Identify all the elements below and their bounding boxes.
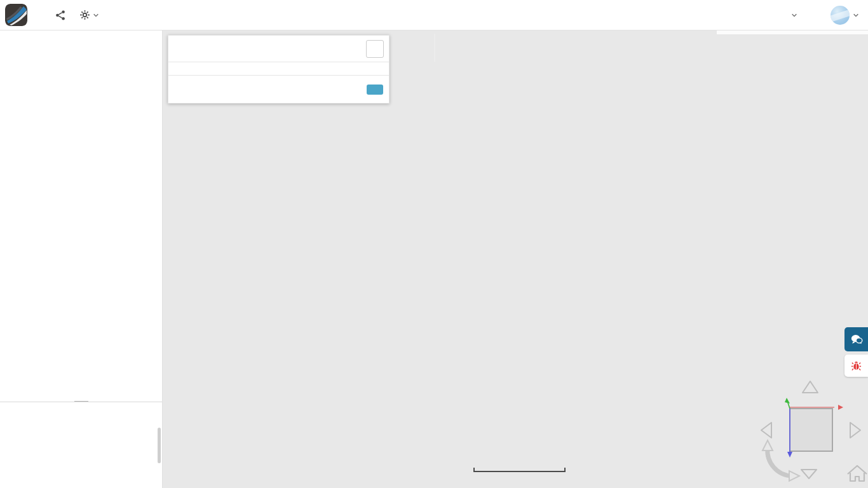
job-status-scrollbar[interactable] xyxy=(158,428,161,463)
home-button[interactable] xyxy=(848,466,867,481)
chevron-down-icon xyxy=(791,12,797,18)
share-icon[interactable] xyxy=(55,10,65,20)
nav-right-arrow[interactable] xyxy=(850,423,860,438)
nav-down-arrow[interactable] xyxy=(801,470,817,478)
nav-up-arrow[interactable] xyxy=(803,381,818,393)
app-logo[interactable] xyxy=(5,4,27,26)
chevron-down-icon xyxy=(853,12,859,18)
dialog-header[interactable] xyxy=(168,36,389,62)
bug-icon xyxy=(851,360,862,371)
orientation-cube[interactable] xyxy=(790,409,832,451)
generate-mesh-clip-button[interactable] xyxy=(367,85,383,95)
top-nav xyxy=(738,6,859,25)
chevron-down-icon xyxy=(93,12,99,18)
viewport-toolbar xyxy=(434,34,435,62)
cutting-plane-dialog xyxy=(168,35,390,104)
navigation-gizmo xyxy=(754,377,868,488)
simulation-sidebar xyxy=(0,30,163,488)
simulation-tree xyxy=(0,30,162,398)
nav-left-arrow[interactable] xyxy=(761,423,771,438)
scale-bar xyxy=(473,468,566,472)
user-menu[interactable] xyxy=(831,6,859,25)
close-icon[interactable] xyxy=(366,40,384,58)
job-status-panel xyxy=(0,402,162,488)
job-status-title xyxy=(0,402,162,412)
chat-bubble-icon xyxy=(850,334,863,345)
top-bar xyxy=(0,0,868,30)
chat-button[interactable] xyxy=(844,327,868,351)
scene-tree-panel xyxy=(717,30,868,34)
bug-report-button[interactable] xyxy=(844,355,868,377)
user-avatar xyxy=(831,6,850,25)
dialog-footer xyxy=(168,75,389,103)
settings-gear-menu[interactable] xyxy=(79,10,99,20)
help-menu[interactable] xyxy=(788,12,797,18)
